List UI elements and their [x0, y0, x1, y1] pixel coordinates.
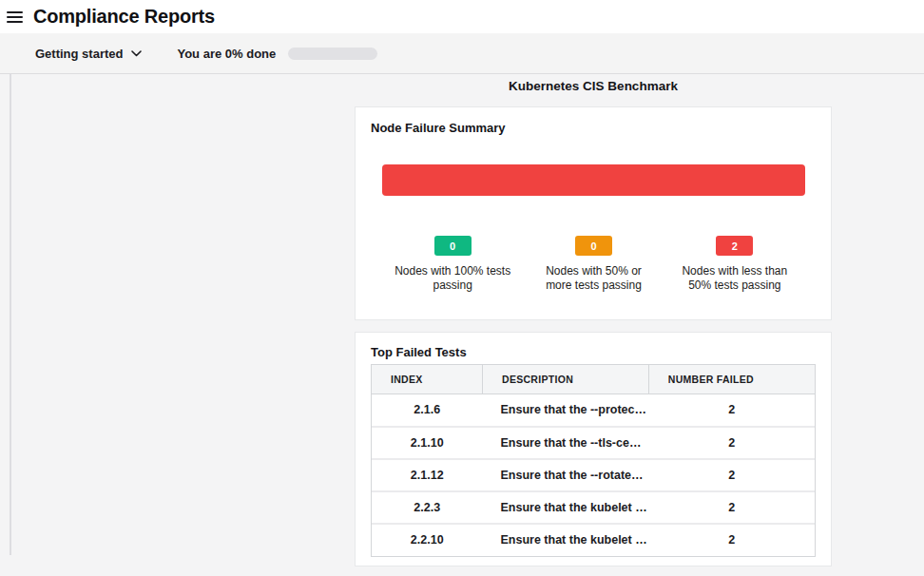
failure-bar-chart: [382, 164, 805, 196]
cell-description: Ensure that the --protec…: [483, 394, 649, 427]
column-header-number-failed: NUMBER FAILED: [648, 365, 815, 394]
stat-badge-red: 2: [716, 236, 753, 256]
cell-index: 2.1.10: [372, 427, 483, 459]
cell-number-failed: 2: [648, 427, 815, 459]
node-failure-summary-title: Node Failure Summary: [371, 122, 816, 135]
cell-description: Ensure that the --rotate…: [483, 459, 649, 491]
cell-index: 2.1.12: [372, 459, 483, 491]
failure-bar: [382, 164, 805, 196]
top-failed-tests-title: Top Failed Tests: [371, 346, 816, 359]
cell-number-failed: 2: [648, 524, 815, 556]
page-title: Compliance Reports: [33, 6, 215, 28]
panel-divider: [10, 74, 11, 555]
table-row: 2.1.6 Ensure that the --protec… 2: [372, 394, 815, 427]
stat-nodes-passing-less-50: 2 Nodes with less than 50% tests passing: [664, 236, 805, 293]
cell-number-failed: 2: [648, 459, 815, 491]
getting-started-dropdown[interactable]: Getting started: [35, 47, 142, 61]
table-row: 2.1.10 Ensure that the --tls-ce… 2: [372, 427, 815, 459]
node-failure-summary-card: Node Failure Summary 0 Nodes with 100% t…: [355, 106, 832, 320]
cell-description: Ensure that the kubelet …: [483, 491, 649, 524]
stat-badge-green: 0: [434, 236, 472, 256]
table-row: 2.1.12 Ensure that the --rotate… 2: [372, 459, 815, 491]
cell-index: 2.1.6: [372, 394, 483, 427]
stat-label: Nodes with 100% tests passing: [395, 264, 510, 293]
column-header-index: INDEX: [372, 365, 483, 394]
progress-label: You are 0% done: [177, 47, 276, 61]
cell-description: Ensure that the kubelet …: [483, 524, 649, 556]
cell-number-failed: 2: [648, 491, 815, 524]
progress-bar: [288, 48, 377, 60]
cell-description: Ensure that the --tls-ce…: [483, 427, 649, 459]
main-content: Kubernetes CIS Benchmark Node Failure Su…: [0, 74, 924, 576]
hamburger-menu-icon[interactable]: [7, 11, 23, 24]
stat-badge-orange: 0: [575, 236, 612, 256]
stat-label: Nodes with 50% or more tests passing: [546, 264, 642, 293]
cell-index: 2.2.3: [372, 491, 483, 524]
stat-nodes-passing-50-or-more: 0 Nodes with 50% or more tests passing: [523, 236, 664, 293]
getting-started-label: Getting started: [35, 47, 123, 61]
benchmark-heading: Kubernetes CIS Benchmark: [355, 79, 832, 94]
stat-nodes-passing-100: 0 Nodes with 100% tests passing: [382, 236, 523, 293]
top-failed-tests-card: Top Failed Tests INDEX DESCRIPTION NUMBE…: [355, 332, 832, 566]
table-row: 2.2.10 Ensure that the kubelet … 2: [372, 524, 815, 556]
stat-label: Nodes with less than 50% tests passing: [682, 264, 787, 293]
failed-tests-table: INDEX DESCRIPTION NUMBER FAILED 2.1.6 En…: [371, 364, 816, 557]
cell-number-failed: 2: [648, 394, 815, 427]
table-header-row: INDEX DESCRIPTION NUMBER FAILED: [372, 365, 815, 394]
chevron-down-icon: [131, 50, 142, 57]
cell-index: 2.2.10: [372, 524, 483, 556]
table-row: 2.2.3 Ensure that the kubelet … 2: [372, 491, 815, 524]
getting-started-banner: Getting started You are 0% done: [0, 33, 924, 74]
column-header-description: DESCRIPTION: [483, 365, 649, 394]
top-bar: Compliance Reports: [0, 0, 924, 33]
node-stats-row: 0 Nodes with 100% tests passing 0 Nodes …: [382, 236, 805, 293]
